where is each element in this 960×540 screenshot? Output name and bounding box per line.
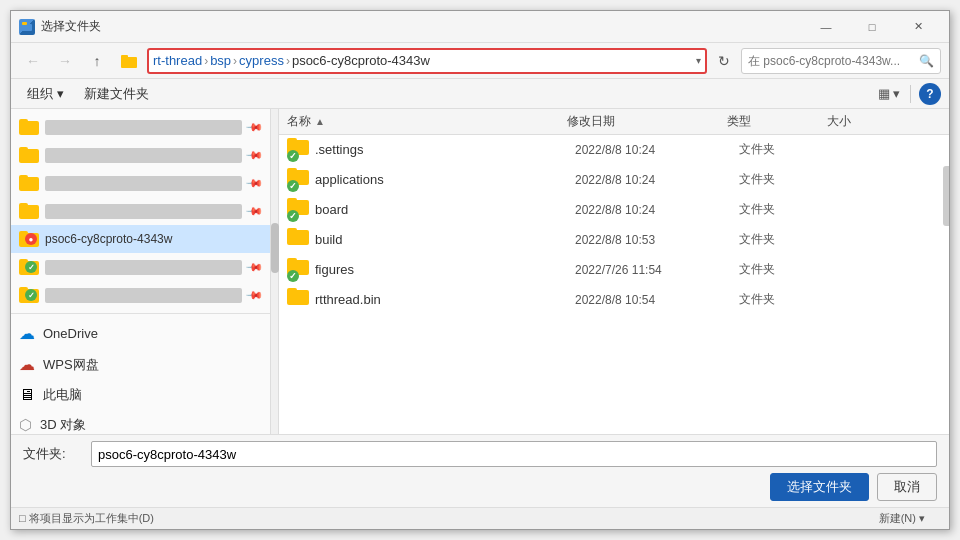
- file-name-rtthread: rtthread.bin: [315, 292, 571, 307]
- forward-button[interactable]: →: [51, 47, 79, 75]
- status-dot-green-6: ✓: [25, 289, 37, 301]
- sidebar-mypc[interactable]: 🖥 此电脑: [11, 380, 270, 410]
- file-row-figures[interactable]: ✓ figures 2022/7/26 11:54 文件夹: [279, 255, 949, 285]
- breadcrumb: rt-thread › bsp › cypress › psoc6-cy8cpr…: [153, 53, 430, 68]
- sort-arrow-name: ▲: [315, 116, 325, 127]
- file-row-rtthread[interactable]: rtthread.bin 2022/8/8 10:54 文件夹: [279, 285, 949, 315]
- folder-icon-6: ✓: [19, 287, 39, 303]
- address-dropdown-icon[interactable]: ▾: [696, 55, 701, 66]
- file-date-figures: 2022/7/26 11:54: [575, 263, 735, 277]
- folder-icon-btn[interactable]: [115, 47, 143, 75]
- status-icon-board: ✓: [287, 210, 299, 222]
- file-row-build[interactable]: build 2022/8/8 10:53 文件夹: [279, 225, 949, 255]
- search-input[interactable]: [748, 54, 915, 68]
- sidebar-item-6[interactable]: ✓ ████ ██ 📌: [11, 281, 270, 309]
- status-dot-red: ●: [25, 233, 37, 245]
- file-list: ✓ .settings 2022/8/8 10:24 文件夹 ✓: [279, 135, 949, 434]
- status-icon-settings: ✓: [287, 150, 299, 162]
- column-headers: 名称 ▲ 修改日期 类型 大小: [279, 109, 949, 135]
- col-header-name[interactable]: 名称 ▲: [287, 113, 567, 130]
- status-middle[interactable]: 新建(N) ▾: [879, 511, 925, 526]
- address-toolbar: ← → ↑ rt-thread › bsp › cypress › psoc6-…: [11, 43, 949, 79]
- svg-rect-1: [22, 22, 27, 25]
- filename-label: 文件夹:: [23, 445, 83, 463]
- action-row: 选择文件夹 取消: [23, 473, 937, 501]
- search-bar[interactable]: 🔍: [741, 48, 941, 74]
- maximize-button[interactable]: □: [849, 11, 895, 43]
- status-strip: □ 将项目显示为工作集中(D) 新建(N) ▾: [11, 507, 949, 529]
- sidebar: ████████ 📌 ████████ 📌 ████████ 📌: [11, 109, 271, 434]
- search-icon[interactable]: 🔍: [919, 54, 934, 68]
- select-folder-button[interactable]: 选择文件夹: [770, 473, 869, 501]
- crumb-bsp[interactable]: bsp: [210, 53, 231, 68]
- up-button[interactable]: ↑: [83, 47, 111, 75]
- folder-icon-active: ●: [19, 231, 39, 247]
- view-button[interactable]: ▦ ▾: [876, 81, 902, 107]
- svg-rect-0: [22, 24, 32, 31]
- sidebar-item-2[interactable]: ████████ 📌: [11, 169, 270, 197]
- sidebar-item-0[interactable]: ████████ 📌: [11, 113, 270, 141]
- close-button[interactable]: ✕: [895, 11, 941, 43]
- file-name-figures: figures: [315, 262, 571, 277]
- sidebar-item-label-6: ████ ██: [45, 288, 242, 303]
- 3d-label: 3D 对象: [40, 416, 262, 434]
- onedrive-icon: ☁: [19, 324, 35, 343]
- file-row-settings[interactable]: ✓ .settings 2022/8/8 10:24 文件夹: [279, 135, 949, 165]
- file-icon-board: ✓: [287, 198, 311, 222]
- minimize-button[interactable]: —: [803, 11, 849, 43]
- status-icon-applications: ✓: [287, 180, 299, 192]
- sidebar-scrollbar[interactable]: [271, 109, 279, 434]
- bottom-area: 文件夹: 选择文件夹 取消: [11, 434, 949, 507]
- sidebar-onedrive[interactable]: ☁ OneDrive: [11, 318, 270, 349]
- help-button[interactable]: ?: [919, 83, 941, 105]
- crumb-cypress[interactable]: cypress: [239, 53, 284, 68]
- pin-icon-5: 📌: [245, 257, 265, 277]
- folder-icon-1: [19, 147, 39, 163]
- file-date-applications: 2022/8/8 10:24: [575, 173, 735, 187]
- file-row-board[interactable]: ✓ board 2022/8/8 10:24 文件夹: [279, 195, 949, 225]
- wps-label: WPS网盘: [43, 356, 262, 374]
- file-type-figures: 文件夹: [739, 261, 839, 278]
- main-area: ████████ 📌 ████████ 📌 ████████ 📌: [11, 109, 949, 434]
- sidebar-item-active[interactable]: ● psoc6-cy8cproto-4343w: [11, 225, 270, 253]
- filename-input[interactable]: [91, 441, 937, 467]
- sidebar-wps[interactable]: ☁ WPS网盘: [11, 349, 270, 380]
- new-folder-button[interactable]: 新建文件夹: [76, 83, 157, 105]
- file-icon-build: [287, 228, 311, 252]
- organize-button[interactable]: 组织 ▾: [19, 83, 72, 105]
- file-icon-settings: ✓: [287, 138, 311, 162]
- col-header-date[interactable]: 修改日期: [567, 113, 727, 130]
- status-right: 新建(N) ▾: [879, 511, 941, 526]
- pin-icon-6: 📌: [245, 285, 265, 305]
- file-icon-rtthread: [287, 288, 311, 312]
- file-row-applications[interactable]: ✓ applications 2022/8/8 10:24 文件夹: [279, 165, 949, 195]
- right-resize-handle: [943, 166, 949, 226]
- sidebar-scroll-thumb[interactable]: [271, 223, 279, 273]
- address-bar[interactable]: rt-thread › bsp › cypress › psoc6-cy8cpr…: [147, 48, 707, 74]
- refresh-button[interactable]: ↻: [711, 48, 737, 74]
- title-bar: 选择文件夹 — □ ✕: [11, 11, 949, 43]
- file-dialog: 选择文件夹 — □ ✕ ← → ↑ rt-thread › bsp › cypr…: [10, 10, 950, 530]
- cancel-button[interactable]: 取消: [877, 473, 937, 501]
- file-date-board: 2022/8/8 10:24: [575, 203, 735, 217]
- col-header-type[interactable]: 类型: [727, 113, 827, 130]
- col-header-size[interactable]: 大小: [827, 113, 907, 130]
- app-icon: [19, 19, 35, 35]
- title-controls: — □ ✕: [803, 11, 941, 43]
- file-name-build: build: [315, 232, 571, 247]
- sidebar-item-3[interactable]: ████████ 📌: [11, 197, 270, 225]
- content-area: 名称 ▲ 修改日期 类型 大小: [279, 109, 949, 434]
- sidebar-item-5[interactable]: ✓ ████████ 📌: [11, 253, 270, 281]
- dialog-title: 选择文件夹: [41, 18, 101, 35]
- sidebar-item-label-5: ████████: [45, 260, 242, 275]
- file-type-build: 文件夹: [739, 231, 839, 248]
- crumb-rtthread[interactable]: rt-thread: [153, 53, 202, 68]
- file-type-settings: 文件夹: [739, 141, 839, 158]
- sidebar-item-label-2: ████████: [45, 176, 242, 191]
- pc-icon: 🖥: [19, 386, 35, 404]
- filename-row: 文件夹:: [23, 441, 937, 467]
- file-name-settings: .settings: [315, 142, 571, 157]
- sidebar-item-1[interactable]: ████████ 📌: [11, 141, 270, 169]
- sidebar-3d[interactable]: ⬡ 3D 对象: [11, 410, 270, 434]
- back-button[interactable]: ←: [19, 47, 47, 75]
